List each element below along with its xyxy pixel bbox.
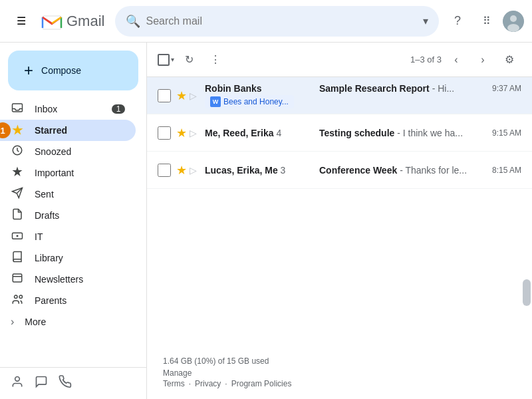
forward-icon: ▷ — [190, 165, 197, 176]
gmail-text: Gmail — [66, 13, 104, 30]
parents-label: Parents — [35, 295, 125, 306]
forward-icon: ▷ — [190, 128, 197, 138]
drafts-label: Drafts — [35, 210, 125, 221]
sidebar-item-drafts[interactable]: Drafts — [0, 205, 136, 226]
more-actions-button[interactable]: ⋮ — [203, 48, 227, 72]
email-time: 9:15 AM — [492, 128, 521, 138]
drafts-icon — [11, 208, 24, 223]
page-info: 1–3 of 3 — [410, 55, 442, 65]
settings-icon: ⚙ — [505, 53, 514, 66]
search-dropdown-icon[interactable]: ▾ — [423, 15, 428, 27]
email-bottom-line: W Bees and Honey... — [205, 94, 521, 108]
email-sender: Me, Reed, Erika 4 — [205, 128, 311, 138]
svg-point-10 — [19, 295, 23, 299]
email-content: Conference Week - Thanks for le... — [319, 165, 484, 176]
select-all-checkbox[interactable] — [158, 54, 170, 66]
chip-word-icon: W — [210, 96, 221, 107]
gmail-logo-icon — [40, 9, 64, 33]
email-top-line: Lucas, Erika, Me 3 Conference Week - Tha… — [205, 165, 521, 176]
email-section: ▾ ↻ ⋮ 1–3 of 3 ‹ › ⚙ — [146, 43, 532, 399]
sidebar: + Compose Inbox 1 1 ★ Starred Snoozed — [0, 43, 146, 399]
sidebar-item-starred[interactable]: 1 ★ Starred — [0, 120, 136, 141]
storage-info: 1.64 GB (10%) of 15 GB used — [163, 356, 269, 366]
topbar-actions: ? ⠿ — [444, 8, 524, 35]
starred-count-badge: 1 — [0, 122, 11, 138]
chip-label: Bees and Honey... — [223, 97, 289, 106]
email-subject: Sample Research Report — [319, 83, 430, 94]
star-button[interactable]: ★ — [176, 88, 187, 103]
next-page-icon: › — [481, 54, 484, 66]
email-content: Sample Research Report - Hi... — [319, 83, 484, 94]
sidebar-item-snoozed[interactable]: Snoozed — [0, 141, 136, 162]
sidebar-item-sent[interactable]: Sent — [0, 184, 136, 205]
avatar-icon — [503, 11, 524, 32]
email-top-line: Robin Banks Sample Research Report - Hi.… — [205, 83, 521, 94]
star-button[interactable]: ★ — [176, 126, 187, 140]
help-icon: ? — [454, 14, 461, 28]
email-content: Testing schedule - I think we ha... — [319, 128, 484, 138]
svg-point-3 — [507, 24, 519, 32]
prev-page-button[interactable]: ‹ — [444, 48, 468, 72]
email-subject: Conference Week — [319, 165, 397, 176]
email-top-line: Me, Reed, Erika 4 Testing schedule - I t… — [205, 128, 521, 138]
table-row[interactable]: ★ ▷ Me, Reed, Erika 4 Testing schedule -… — [147, 114, 532, 152]
table-row[interactable]: ★ ▷ Robin Banks Sample Research Report -… — [147, 77, 532, 114]
apps-icon: ⠿ — [483, 15, 491, 27]
compose-label: Compose — [41, 65, 81, 76]
scrollbar[interactable] — [523, 279, 531, 306]
it-label-icon — [11, 229, 24, 245]
sidebar-item-inbox[interactable]: Inbox 1 — [0, 98, 136, 120]
meet-icon[interactable] — [35, 375, 48, 392]
starred-label: Starred — [35, 125, 125, 136]
newsletters-label-icon — [11, 272, 24, 287]
footer: 1.64 GB (10%) of 15 GB used Manage Terms… — [147, 346, 532, 399]
terms-link[interactable]: Terms — [163, 379, 185, 388]
parents-label-icon — [11, 293, 24, 309]
next-page-button[interactable]: › — [471, 48, 495, 72]
select-all-container[interactable]: ▾ — [158, 54, 174, 66]
email-body: Lucas, Erika, Me 3 Conference Week - Tha… — [205, 165, 521, 176]
select-all-dropdown[interactable]: ▾ — [171, 56, 174, 63]
help-button[interactable]: ? — [444, 8, 471, 35]
privacy-link[interactable]: Privacy — [195, 379, 221, 388]
more-actions-icon: ⋮ — [210, 53, 221, 66]
snoozed-label: Snoozed — [35, 146, 125, 157]
email-checkbox[interactable] — [158, 89, 171, 102]
table-row[interactable]: ★ ▷ Lucas, Erika, Me 3 Conference Week -… — [147, 152, 532, 189]
sidebar-item-more[interactable]: › More — [0, 311, 146, 332]
sidebar-item-parents[interactable]: Parents — [0, 290, 136, 311]
star-button[interactable]: ★ — [176, 163, 187, 178]
it-label: IT — [35, 231, 125, 242]
newsletters-label: Newsletters — [35, 274, 125, 285]
search-bar[interactable]: 🔍 ▾ — [115, 6, 439, 37]
email-subject: Testing schedule — [319, 128, 394, 138]
sidebar-item-important[interactable]: Important — [0, 162, 136, 184]
sidebar-item-library[interactable]: Library — [0, 247, 136, 269]
email-checkbox[interactable] — [158, 164, 171, 177]
svg-point-11 — [15, 377, 20, 382]
compose-button[interactable]: + Compose — [8, 51, 138, 90]
email-chip[interactable]: W Bees and Honey... — [205, 95, 294, 108]
email-preview: - Thanks for le... — [400, 165, 467, 176]
program-link[interactable]: Program Policies — [231, 379, 292, 388]
contacts-icon[interactable] — [11, 375, 24, 392]
email-body: Robin Banks Sample Research Report - Hi.… — [205, 83, 521, 108]
more-chevron-icon: › — [11, 316, 14, 328]
svg-rect-7 — [13, 274, 22, 282]
sidebar-item-it[interactable]: IT — [0, 226, 136, 247]
settings-button[interactable]: ⚙ — [497, 48, 521, 72]
svg-point-9 — [15, 295, 18, 299]
sidebar-item-newsletters[interactable]: Newsletters — [0, 269, 136, 290]
email-sender: Robin Banks — [205, 83, 311, 94]
avatar[interactable] — [503, 11, 524, 32]
search-input[interactable] — [146, 15, 418, 27]
email-checkbox[interactable] — [158, 126, 171, 140]
refresh-button[interactable]: ↻ — [177, 48, 201, 72]
hamburger-button[interactable]: ☰ — [8, 8, 35, 35]
phone-icon[interactable] — [59, 375, 72, 392]
gmail-logo: Gmail — [40, 9, 104, 33]
manage-link[interactable]: Manage — [163, 368, 192, 378]
email-list: ★ ▷ Robin Banks Sample Research Report -… — [147, 77, 532, 346]
apps-button[interactable]: ⠿ — [473, 8, 500, 35]
hamburger-icon: ☰ — [17, 15, 26, 27]
